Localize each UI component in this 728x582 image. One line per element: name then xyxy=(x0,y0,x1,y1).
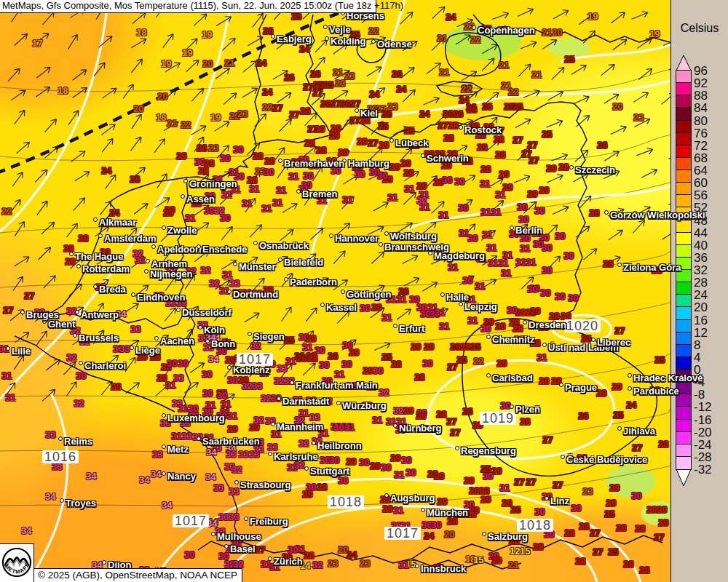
wind-arrows xyxy=(2,1,689,405)
legend-band xyxy=(676,133,691,146)
legend-panel: Celsius 96928884807672686460565248444036… xyxy=(670,0,728,582)
legend-band xyxy=(676,146,691,158)
legend-band xyxy=(676,282,691,295)
legend-band xyxy=(676,370,691,382)
legend-band xyxy=(676,170,691,183)
coastlines-borders xyxy=(15,15,670,569)
metmaps-window: 1718191919202118202018212219222224232526… xyxy=(0,0,728,582)
metmaps-logo-icon: METMAPS xyxy=(0,544,33,582)
copyright-bar: © 2025 (AGB), OpenStreetMap, NOAA NCEP xyxy=(33,568,242,582)
legend-band xyxy=(676,407,691,419)
metmaps-logo[interactable]: METMAPS xyxy=(0,543,34,582)
legend-band xyxy=(676,457,691,469)
legend-band xyxy=(676,158,691,170)
title-bar: MetMaps, Gfs Composite, Mos Temperature … xyxy=(0,0,376,13)
legend-band xyxy=(676,445,691,457)
legend-band xyxy=(676,207,691,220)
legend-band xyxy=(676,121,691,133)
map-lines-layer xyxy=(0,0,728,582)
legend-band xyxy=(676,307,691,319)
legend-band xyxy=(676,394,691,407)
legend-band xyxy=(676,258,691,270)
legend-band xyxy=(676,108,691,120)
legend-band xyxy=(676,183,691,195)
isobars xyxy=(0,0,673,582)
legend-band xyxy=(676,382,691,394)
legend-band xyxy=(676,357,691,370)
legend-band xyxy=(676,95,691,108)
legend-band xyxy=(676,83,691,95)
legend-band xyxy=(676,71,691,83)
legend-band xyxy=(676,270,691,282)
legend-band xyxy=(676,345,691,357)
legend-band xyxy=(676,233,691,245)
legend-band xyxy=(676,220,691,233)
legend-band xyxy=(676,332,691,345)
legend-band xyxy=(676,320,691,332)
legend-band xyxy=(676,432,691,445)
legend-band xyxy=(676,195,691,207)
legend-tick: -32 xyxy=(694,463,712,477)
legend-band xyxy=(676,295,691,307)
legend-band xyxy=(676,420,691,432)
legend-band xyxy=(676,245,691,258)
